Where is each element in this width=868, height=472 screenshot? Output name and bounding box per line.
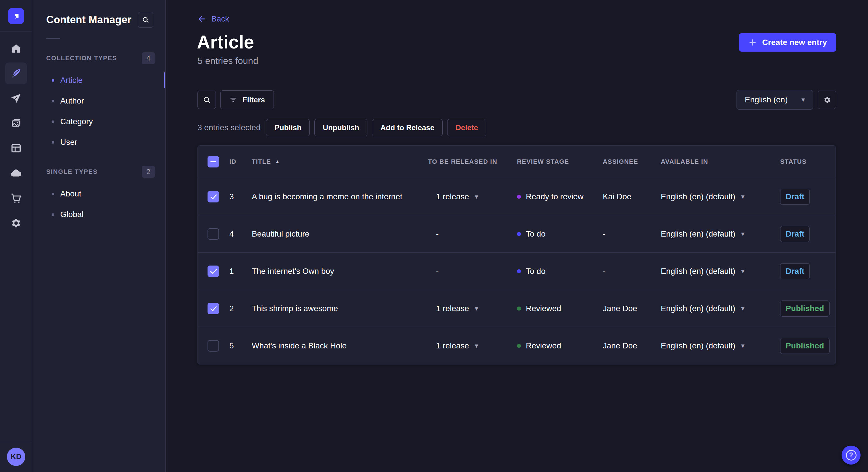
row-release[interactable]: 1 release▼ <box>428 304 514 313</box>
column-header-available[interactable]: AVAILABLE IN <box>650 158 777 165</box>
row-checkbox[interactable] <box>208 266 219 277</box>
filters-button[interactable]: Filters <box>220 90 274 109</box>
column-header-assignee[interactable]: ASSIGNEE <box>599 158 650 165</box>
row-stage: Ready to review <box>514 192 599 201</box>
row-available[interactable]: English (en) (default)▼ <box>650 192 777 201</box>
subnav-title: Content Manager <box>46 14 131 26</box>
bullet-icon <box>52 79 54 82</box>
table-row[interactable]: 1 The internet's Own boy -▼ To do - Engl… <box>198 252 836 290</box>
subnav-item-global[interactable]: Global <box>32 204 165 225</box>
cart-icon <box>10 193 22 204</box>
nav-content-type-builder[interactable] <box>5 137 27 159</box>
nav-media-library[interactable] <box>5 112 27 134</box>
available-chevron[interactable]: ▼ <box>740 268 746 274</box>
column-header-release[interactable]: TO BE RELEASED IN <box>428 158 514 165</box>
row-release[interactable]: -▼ <box>428 229 514 239</box>
available-chevron[interactable]: ▼ <box>740 343 746 349</box>
subnav-item-category[interactable]: Category <box>32 111 165 132</box>
selection-bar: 3 entries selected Publish Unpublish Add… <box>197 119 486 136</box>
add-to-release-button[interactable]: Add to Release <box>372 119 443 136</box>
unpublish-button[interactable]: Unpublish <box>314 119 367 136</box>
entries-table: ID TITLE▲ TO BE RELEASED IN REVIEW STAGE… <box>197 145 836 365</box>
strapi-logo[interactable] <box>8 8 24 24</box>
table-row[interactable]: 2 This shrimp is awesome 1 release▼ Revi… <box>198 290 836 327</box>
nav-deploy[interactable] <box>5 162 27 184</box>
nav-home[interactable] <box>5 38 27 59</box>
filter-icon <box>229 96 237 104</box>
selection-count: 3 entries selected <box>197 123 260 132</box>
app-window: KD Content Manager COLLECTION TYPES 4 Ar… <box>0 0 868 472</box>
view-settings-button[interactable] <box>818 91 836 109</box>
subnav-item-user[interactable]: User <box>32 132 165 153</box>
row-status: Draft <box>777 189 836 205</box>
locale-select[interactable]: English (en) ▼ <box>737 90 813 109</box>
help-button[interactable]: ? <box>842 446 861 465</box>
user-avatar[interactable]: KD <box>7 448 25 466</box>
row-release[interactable]: -▼ <box>428 267 514 276</box>
chevron-down-icon: ▼ <box>800 97 806 103</box>
home-icon <box>10 43 22 54</box>
column-header-id[interactable]: ID <box>226 158 252 165</box>
cloud-icon <box>10 167 22 179</box>
nav-releases[interactable] <box>5 88 27 109</box>
single-types-label: SINGLE TYPES <box>46 168 98 175</box>
available-chevron[interactable]: ▼ <box>740 231 746 237</box>
row-id: 4 <box>226 229 252 239</box>
table-row[interactable]: 5 What's inside a Black Hole 1 release▼ … <box>198 327 836 364</box>
publish-button[interactable]: Publish <box>266 119 310 136</box>
subnav-search-button[interactable] <box>138 12 153 28</box>
table-search-button[interactable] <box>197 91 216 109</box>
nav-content-manager[interactable] <box>5 63 27 84</box>
row-checkbox[interactable] <box>208 303 219 314</box>
row-checkbox[interactable] <box>208 228 219 240</box>
row-status: Draft <box>777 226 836 242</box>
column-header-title[interactable]: TITLE▲ <box>252 158 428 165</box>
bullet-icon <box>52 100 54 102</box>
header-checkbox[interactable] <box>208 156 219 167</box>
column-header-status[interactable]: STATUS <box>777 158 836 165</box>
row-title: This shrimp is awesome <box>252 304 428 313</box>
available-chevron[interactable]: ▼ <box>740 306 746 311</box>
stage-dot <box>517 307 521 310</box>
filters-label: Filters <box>243 96 265 104</box>
row-status: Published <box>777 338 836 354</box>
release-chevron[interactable]: ▼ <box>474 194 479 200</box>
sort-ascending-icon: ▲ <box>275 159 280 165</box>
subnav-item-author[interactable]: Author <box>32 91 165 111</box>
row-checkbox[interactable] <box>208 191 219 202</box>
row-checkbox[interactable] <box>208 340 219 351</box>
table-row[interactable]: 4 Beautiful picture -▼ To do - English (… <box>198 215 836 252</box>
release-chevron[interactable]: ▼ <box>474 343 479 349</box>
subnav-item-article[interactable]: Article <box>32 70 165 91</box>
row-available[interactable]: English (en) (default)▼ <box>650 229 777 239</box>
release-chevron[interactable]: ▼ <box>474 306 479 311</box>
back-link[interactable]: Back <box>197 14 229 24</box>
nav-settings[interactable] <box>5 212 27 234</box>
row-title: The internet's Own boy <box>252 267 428 276</box>
row-id: 2 <box>226 304 252 313</box>
table-row[interactable]: 3 A bug is becoming a meme on the intern… <box>198 178 836 215</box>
row-status: Published <box>777 301 836 316</box>
create-new-entry-button[interactable]: Create new entry <box>739 33 836 52</box>
subnav-item-about[interactable]: About <box>32 183 165 204</box>
status-badge: Published <box>780 338 830 354</box>
row-available[interactable]: English (en) (default)▼ <box>650 341 777 350</box>
locale-value: English (en) <box>745 95 787 104</box>
arrow-left-icon <box>197 14 206 23</box>
available-chevron[interactable]: ▼ <box>740 194 746 200</box>
status-badge: Published <box>780 301 830 316</box>
delete-button[interactable]: Delete <box>447 119 486 136</box>
row-available[interactable]: English (en) (default)▼ <box>650 267 777 276</box>
row-release[interactable]: 1 release▼ <box>428 341 514 350</box>
row-available[interactable]: English (en) (default)▼ <box>650 304 777 313</box>
main-content: Back Article 5 entries found Create new … <box>166 0 868 472</box>
nav-marketplace[interactable] <box>5 187 27 209</box>
row-release[interactable]: 1 release▼ <box>428 192 514 201</box>
column-header-stage[interactable]: REVIEW STAGE <box>514 158 599 165</box>
row-assignee: Jane Doe <box>599 341 650 350</box>
feather-icon <box>10 68 22 79</box>
subnav-item-label: Article <box>60 76 83 85</box>
list-toolbar: Filters English (en) ▼ <box>197 90 836 109</box>
stage-dot <box>517 232 521 236</box>
row-title: What's inside a Black Hole <box>252 341 428 350</box>
